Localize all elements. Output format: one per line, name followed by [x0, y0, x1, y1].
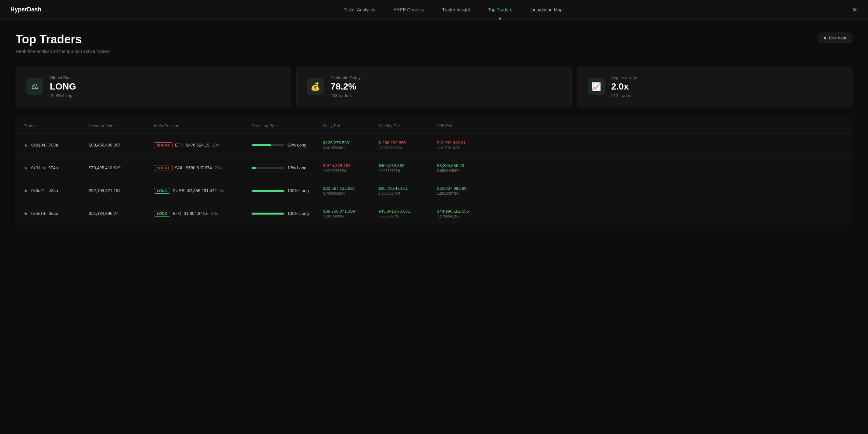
- daily-pnl-value-1: $-345,379.194: [323, 163, 378, 168]
- position-cell-2: LONG PURR $2,888,291.472 3x: [154, 188, 252, 194]
- bias-label-2: 100% Long: [287, 188, 309, 193]
- bias-label-1: 13% Long: [287, 165, 307, 170]
- monthly-pnl-pct-0: -0.02779142%: [437, 146, 496, 150]
- th-30d-pnl: 30D PnL: [437, 123, 496, 128]
- star-icon-0[interactable]: ★: [24, 143, 28, 148]
- trader-address-3: 0x4e14...0eab: [31, 211, 58, 216]
- bias-bar-fill-0: [252, 144, 271, 146]
- monthly-pnl-cell-3: $44,996,182.555 7.27068413%: [437, 209, 496, 218]
- stat-sub-1: 233 traders: [330, 93, 361, 98]
- weekly-pnl-cell-1: $404,234.882 0.00576727%: [378, 163, 437, 173]
- daily-pnl-pct-1: -0.00487543%: [323, 169, 378, 173]
- pos-type-badge-3: LONG: [154, 211, 170, 217]
- pos-type-badge-0: SHORT: [154, 142, 173, 148]
- pos-ticker-1: SOL: [175, 165, 184, 170]
- main-content: Top Traders Real-time analysis of the to…: [0, 20, 868, 238]
- daily-pnl-cell-0: $125,275.533 0.00155948%: [323, 140, 378, 150]
- daily-pnl-pct-3: 3.10174006%: [323, 214, 378, 218]
- table-row[interactable]: ★ 0x4e14...0eab $51,184,896.27 LONG BTC …: [16, 202, 852, 225]
- pos-type-badge-1: SHORT: [154, 165, 173, 171]
- balance-icon: ⚖: [26, 78, 43, 95]
- weekly-pnl-pct-3: 7.7596988%: [378, 214, 437, 218]
- stat-card-leverage: 📈 Avg Leverage 2.0x 212 traders: [577, 66, 852, 107]
- stat-value-2: 2.0x: [611, 82, 637, 92]
- bias-bar-bg-2: [252, 190, 284, 192]
- weekly-pnl-cell-2: $36,726,424.61 2.00566549%: [378, 186, 437, 195]
- direction-cell-0: 60% Long: [252, 143, 323, 148]
- star-icon-1[interactable]: ★: [24, 165, 28, 170]
- monthly-pnl-cell-0: $-2,299,916.01 -0.02779142%: [437, 140, 496, 150]
- bias-bar-fill-1: [252, 167, 256, 169]
- daily-pnl-cell-3: $38,706,071.309 3.10174006%: [323, 209, 378, 218]
- trader-address-0: 0x0104...703a: [31, 143, 58, 148]
- weekly-pnl-pct-2: 2.00566549%: [378, 191, 437, 195]
- position-cell-3: LONG BTC $1,854,841.6 20x: [154, 211, 252, 217]
- table-row[interactable]: ★ 0x31ca...974b $70,495,410.619 SHORT SO…: [16, 157, 852, 179]
- weekly-pnl-pct-1: 0.00576727%: [378, 169, 437, 173]
- bias-bar-fill-2: [252, 190, 284, 192]
- trending-up-icon: 📈: [588, 78, 605, 95]
- pos-leverage-2: 3x: [219, 188, 224, 193]
- bias-bar-bg-3: [252, 213, 284, 215]
- money-icon: 💰: [307, 78, 324, 95]
- bias-bar-bg-0: [252, 144, 284, 146]
- stat-label-2: Avg Leverage: [611, 75, 637, 80]
- pos-value-0: $476,624.15: [186, 143, 210, 148]
- nav-trader-insight[interactable]: Trader Insight: [433, 0, 479, 20]
- page-title-section: Top Traders Real-time analysis of the to…: [16, 33, 111, 54]
- direction-cell-3: 100% Long: [252, 211, 323, 216]
- th-main-position: Main Position: [154, 123, 252, 128]
- weekly-pnl-pct-0: -0.00317463%: [378, 146, 437, 150]
- account-value-1: $70,495,410.619: [89, 165, 154, 170]
- pos-ticker-0: ETH: [175, 143, 184, 148]
- monthly-pnl-cell-1: $3,385,336.43 0.05044453%: [437, 163, 496, 173]
- weekly-pnl-value-3: $45,341,670.671: [378, 209, 437, 214]
- direction-cell-1: 13% Long: [252, 165, 323, 170]
- daily-pnl-value-3: $38,706,071.309: [323, 209, 378, 214]
- traders-table: Trader Account Value ↓ Main Position Dir…: [16, 118, 852, 225]
- page-title: Top Traders: [16, 33, 111, 46]
- stat-value-1: 78.2%: [330, 82, 361, 92]
- account-value-3: $51,184,896.27: [89, 211, 154, 216]
- pos-value-2: $2,888,291.472: [187, 188, 217, 193]
- position-cell-1: SHORT SOL $580,617.674 20x: [154, 165, 252, 171]
- nav-links: Ticker Analytics HYPE Genesis Trader Ins…: [54, 0, 852, 20]
- nav-top-traders[interactable]: Top Traders: [479, 0, 521, 20]
- table-row[interactable]: ★ 0x0d21...e34a $52,109,321.154 LONG PUR…: [16, 179, 852, 202]
- weekly-pnl-value-1: $404,234.882: [378, 163, 437, 168]
- page-header: Top Traders Real-time analysis of the to…: [16, 33, 852, 54]
- stat-sub-2: 212 traders: [611, 93, 637, 98]
- trader-cell-0: ★ 0x0104...703a: [24, 143, 89, 148]
- pos-leverage-1: 20x: [215, 165, 221, 170]
- star-icon-3[interactable]: ★: [24, 211, 28, 216]
- nav-hype-genesis[interactable]: HYPE Genesis: [384, 0, 433, 20]
- bias-bar-bg-1: [252, 167, 284, 169]
- th-daily-pnl: Daily PnL: [323, 123, 378, 128]
- nav-ticker-analytics[interactable]: Ticker Analytics: [335, 0, 384, 20]
- trader-address-2: 0x0d21...e34a: [31, 188, 58, 193]
- monthly-pnl-pct-2: 1.20153073%: [437, 191, 496, 195]
- monthly-pnl-pct-3: 7.27068413%: [437, 214, 496, 218]
- stat-sub-0: 70.8% Long: [50, 93, 76, 98]
- monthly-pnl-value-3: $44,996,182.555: [437, 209, 496, 214]
- direction-cell-2: 100% Long: [252, 188, 323, 193]
- trader-cell-3: ★ 0x4e14...0eab: [24, 211, 89, 216]
- monthly-pnl-cell-2: $30,037,993.89 1.20153073%: [437, 186, 496, 195]
- live-dot-icon: [824, 37, 826, 39]
- th-account-value[interactable]: Account Value ↓: [89, 123, 154, 128]
- star-icon-2[interactable]: ★: [24, 188, 28, 193]
- account-value-0: $80,456,409.057: [89, 143, 154, 148]
- pos-ticker-2: PURR: [173, 188, 185, 193]
- table-row[interactable]: ★ 0x0104...703a $80,456,409.057 SHORT ET…: [16, 134, 852, 157]
- stat-label-1: Profitable Today: [330, 75, 361, 80]
- pos-type-badge-2: LONG: [154, 188, 170, 194]
- table-header: Trader Account Value ↓ Main Position Dir…: [16, 118, 852, 134]
- close-icon[interactable]: ✕: [852, 6, 858, 14]
- live-badge[interactable]: Live data: [817, 33, 852, 43]
- bias-bar-fill-3: [252, 213, 284, 215]
- nav-liquidation-map[interactable]: Liquidation Map: [521, 0, 572, 20]
- daily-pnl-pct-0: 0.00155948%: [323, 146, 378, 150]
- nav-logo[interactable]: HyperDash: [10, 6, 41, 13]
- trader-cell-2: ★ 0x0d21...e34a: [24, 188, 89, 193]
- th-trader: Trader: [24, 123, 89, 128]
